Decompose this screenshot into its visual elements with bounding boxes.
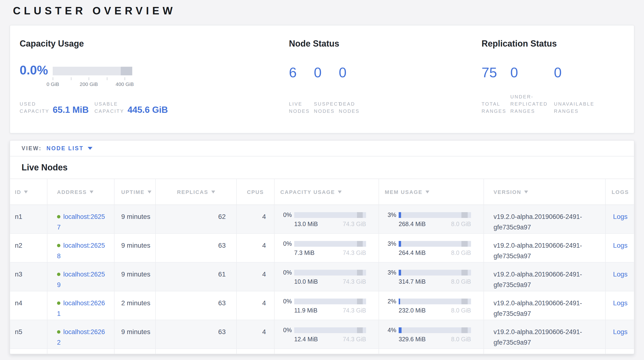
- sort-desc-icon: [90, 190, 94, 193]
- cell-capacity-usage: 0% 10.0 MiB74.3 GiB: [274, 263, 379, 291]
- sort-desc-icon: [524, 190, 528, 193]
- total-ranges-count: 75: [482, 65, 497, 80]
- capacity-bar: [294, 327, 366, 333]
- total-ranges-stat: 75 TOTAL RANGES: [482, 65, 510, 115]
- column-header-address[interactable]: ADDRESS: [48, 179, 114, 205]
- node-list-card: VIEW: NODE LIST Live Nodes ID ADDRESS UP…: [10, 140, 634, 354]
- cell-version: v19.2.0-alpha.20190606-2491-gfe735c9a97: [484, 234, 606, 262]
- view-selector-bar: VIEW: NODE LIST: [10, 141, 634, 156]
- table-row: n1 localhost:26257 9 minutes 62 4 0% 13.…: [10, 205, 634, 234]
- cell-replicas: 61: [156, 263, 237, 291]
- sort-desc-icon: [338, 190, 342, 193]
- capacity-bar: [294, 241, 366, 247]
- cell-logs: Logs: [606, 234, 634, 262]
- capacity-bar: [294, 299, 366, 304]
- node-healthy-icon: [57, 301, 60, 305]
- cell-mem-usage: 3% 314.7 MiB8.0 GiB: [379, 263, 484, 291]
- node-healthy-icon: [57, 330, 60, 334]
- cell-address: localhost:26258: [48, 234, 114, 262]
- column-header-id[interactable]: ID: [10, 179, 48, 205]
- column-header-version[interactable]: VERSION: [484, 179, 606, 205]
- capacity-usage-title: Capacity Usage: [20, 39, 84, 49]
- cell-logs: Logs: [606, 263, 634, 291]
- replication-status-section: Replication Status 75 TOTAL RANGES 0 UND…: [482, 26, 635, 133]
- unavailable-ranges-count: 0: [554, 65, 562, 80]
- table-header-row: ID ADDRESS UPTIME REPLICAS CPUS CAPACITY…: [10, 178, 634, 205]
- cell-cpus: 4: [237, 291, 274, 320]
- cell-capacity-usage: 0% 7.3 MiB74.3 GiB: [274, 234, 379, 262]
- table-row: n2 localhost:26258 9 minutes 63 4 0% 7.3…: [10, 234, 634, 263]
- column-header-uptime[interactable]: UPTIME: [114, 179, 156, 205]
- cell-cpus: 4: [237, 234, 274, 262]
- unavailable-ranges-stat: 0 UNAVAILABLE RANGES: [554, 65, 600, 115]
- capacity-percent: 0.0%: [20, 64, 48, 76]
- column-header-mem-usage[interactable]: MEM USAGE: [379, 179, 484, 205]
- cell-mem-usage: 4% 329.6 MiB8.0 GiB: [379, 320, 484, 348]
- logs-link[interactable]: Logs: [613, 328, 628, 335]
- suspect-nodes-stat: 0 SUSPECT NODES: [314, 65, 339, 115]
- dead-nodes-label: DEAD NODES: [339, 100, 363, 115]
- view-label: VIEW:: [22, 145, 42, 151]
- usable-capacity-label: USABLE CAPACITY: [94, 100, 124, 115]
- live-nodes-heading: Live Nodes: [10, 156, 634, 178]
- table-row-clipped: [10, 349, 634, 354]
- logs-link[interactable]: Logs: [613, 213, 628, 220]
- column-header-cpus: CPUS: [237, 179, 274, 205]
- sort-desc-icon: [425, 190, 429, 193]
- cell-uptime: 9 minutes: [114, 263, 156, 291]
- cell-node-id: n1: [10, 205, 48, 233]
- gauge-tick-label-200: 200 GiB: [80, 81, 98, 87]
- cell-uptime: 9 minutes: [114, 234, 156, 262]
- cell-capacity-usage: 0% 12.4 MiB74.3 GiB: [274, 320, 379, 348]
- capacity-usage-section: Capacity Usage 0.0% 0 GiB 200 GiB 400 Gi…: [20, 26, 281, 133]
- cell-replicas: 63: [156, 291, 237, 320]
- address-link[interactable]: localhost:26261: [57, 299, 105, 317]
- logs-link[interactable]: Logs: [613, 299, 628, 307]
- column-header-replicas[interactable]: REPLICAS: [156, 179, 237, 205]
- table-row: n5 localhost:26262 9 minutes 63 4 0% 12.…: [10, 320, 634, 349]
- live-nodes-label: LIVE NODES: [289, 100, 313, 115]
- address-link[interactable]: localhost:26262: [57, 328, 105, 346]
- cell-node-id: n5: [10, 320, 48, 348]
- logs-link[interactable]: Logs: [613, 270, 628, 278]
- cell-node-id: n4: [10, 291, 48, 320]
- unavailable-ranges-label: UNAVAILABLE RANGES: [554, 100, 597, 115]
- memory-bar: [399, 212, 471, 218]
- cell-mem-usage: 3% 264.4 MiB8.0 GiB: [379, 234, 484, 262]
- under-replicated-ranges-count: 0: [510, 65, 518, 80]
- cell-cpus: 4: [237, 205, 274, 233]
- cell-address: localhost:26261: [48, 291, 114, 320]
- address-link[interactable]: localhost:26258: [57, 242, 105, 260]
- live-nodes-count: 6: [289, 65, 296, 80]
- gauge-tick-label-400: 400 GiB: [116, 81, 134, 87]
- cell-cpus: 4: [237, 263, 274, 291]
- cell-cpus: 4: [237, 320, 274, 348]
- column-header-capacity-usage[interactable]: CAPACITY USAGE: [274, 179, 379, 205]
- live-nodes-stat: 6 LIVE NODES: [289, 65, 314, 115]
- cell-address: localhost:26262: [48, 320, 114, 348]
- usable-capacity-stat: USABLE CAPACITY 445.6 GiB: [94, 100, 168, 115]
- table-row: n4 localhost:26261 2 minutes 63 4 0% 11.…: [10, 291, 634, 320]
- total-ranges-label: TOTAL RANGES: [482, 100, 506, 115]
- chevron-down-icon: [88, 147, 92, 150]
- gauge-tick-label-0: 0 GiB: [46, 81, 59, 87]
- node-healthy-icon: [57, 244, 60, 247]
- used-capacity-stat: USED CAPACITY 65.1 MiB: [20, 100, 89, 115]
- cell-address: localhost:26259: [48, 263, 114, 291]
- cell-version: v19.2.0-alpha.20190606-2491-gfe735c9a97: [484, 263, 606, 291]
- under-replicated-ranges-label: UNDER-REPLICATED RANGES: [510, 93, 549, 115]
- cell-address: localhost:26257: [48, 205, 114, 233]
- cell-mem-usage: 3% 268.4 MiB8.0 GiB: [379, 205, 484, 233]
- suspect-nodes-count: 0: [314, 65, 322, 80]
- sort-desc-icon: [148, 190, 152, 193]
- address-link[interactable]: localhost:26259: [57, 271, 105, 288]
- node-status-section: Node Status 6 LIVE NODES 0 SUSPECT NODES…: [289, 26, 471, 133]
- used-capacity-label: USED CAPACITY: [20, 100, 49, 115]
- cell-capacity-usage: 0% 11.9 MiB74.3 GiB: [274, 291, 379, 320]
- logs-link[interactable]: Logs: [613, 241, 628, 249]
- view-dropdown[interactable]: NODE LIST: [46, 145, 92, 151]
- cell-replicas: 62: [156, 205, 237, 233]
- address-link[interactable]: localhost:26257: [57, 213, 105, 231]
- cell-uptime: 2 minutes: [114, 291, 156, 320]
- cell-version: v19.2.0-alpha.20190606-2491-gfe735c9a97: [484, 291, 606, 320]
